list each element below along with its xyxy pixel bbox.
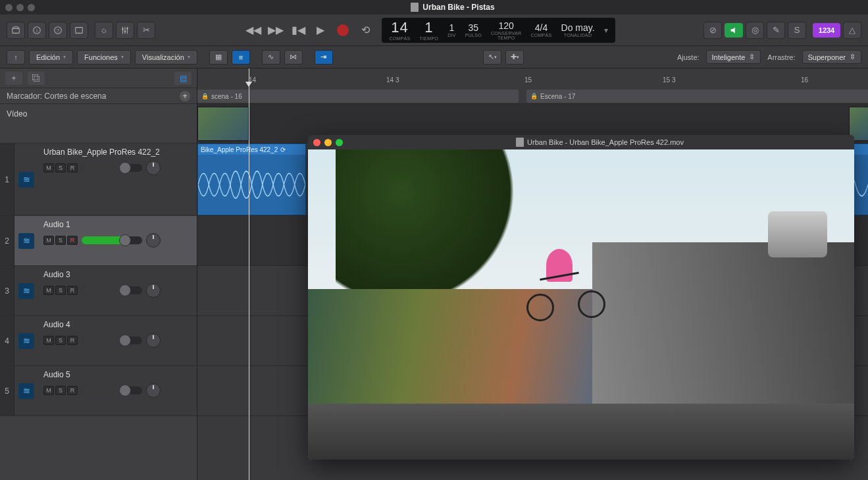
library-button[interactable] bbox=[7, 22, 25, 39]
track-header-row[interactable]: 5≋Audio 5MSR bbox=[0, 366, 197, 416]
toolbar-button[interactable] bbox=[70, 22, 88, 39]
pan-knob[interactable] bbox=[146, 233, 161, 248]
track-header-row[interactable]: 4≋Audio 4MSR bbox=[0, 316, 197, 366]
solo-button[interactable]: S bbox=[55, 386, 66, 395]
mute-button[interactable]: M bbox=[43, 386, 54, 395]
waveform-icon: ≋ bbox=[18, 172, 34, 188]
svg-text:i: i bbox=[36, 28, 38, 32]
volume-fader[interactable] bbox=[82, 387, 142, 394]
view-menu[interactable]: Visualización▾ bbox=[135, 50, 197, 65]
automation-button[interactable]: ∿ bbox=[262, 50, 280, 65]
forward-button[interactable]: ▶▶ bbox=[266, 20, 286, 40]
close-window-button[interactable] bbox=[5, 4, 13, 11]
snap-dropdown[interactable]: Inteligente⇳ bbox=[706, 50, 761, 64]
close-window-button[interactable] bbox=[313, 139, 320, 146]
low-latency-button[interactable]: ⊘ bbox=[703, 22, 722, 39]
pointer-tool[interactable]: ↖▾ bbox=[483, 50, 501, 65]
add-marker-button[interactable]: + bbox=[180, 91, 190, 101]
inspector-button[interactable]: i bbox=[28, 22, 46, 39]
solo-button[interactable]: S bbox=[55, 163, 66, 173]
playhead[interactable] bbox=[249, 68, 249, 480]
volume-fader[interactable] bbox=[82, 336, 142, 344]
mute-button[interactable]: M bbox=[43, 336, 54, 345]
tuner-button[interactable]: ◎ bbox=[746, 22, 764, 39]
track-icon[interactable]: ≋ bbox=[14, 316, 38, 365]
record-enable-button[interactable]: R bbox=[67, 386, 78, 395]
editors-button[interactable]: ✂ bbox=[137, 22, 155, 39]
track-icon[interactable]: ≋ bbox=[14, 216, 38, 265]
track-name-label: Audio 5 bbox=[43, 370, 191, 379]
tracks-view-button[interactable]: ≡ bbox=[232, 50, 250, 65]
minimize-window-button[interactable] bbox=[324, 139, 332, 146]
marker-header-row[interactable]: Marcador: Cortes de escena + bbox=[0, 88, 197, 104]
cycle-button[interactable]: ⟲ bbox=[355, 20, 375, 40]
track-name-label: Audio 3 bbox=[43, 270, 191, 279]
timeline-ruler[interactable]: 1414 31515 316 bbox=[197, 68, 868, 88]
marker-region[interactable]: 🔒scena - 16 bbox=[197, 90, 519, 103]
ruler-tick: 15 3 bbox=[663, 76, 675, 84]
alt-tool[interactable]: ✚▾ bbox=[505, 50, 524, 65]
marker-lane[interactable]: 🔒scena - 16🔒Escena - 17 bbox=[197, 88, 868, 104]
track-icon[interactable]: ≋ bbox=[14, 366, 38, 415]
rewind-button[interactable]: ◀◀ bbox=[243, 20, 263, 40]
transport-controls: ◀◀ ▶▶ ▮◀ ▶ ⟲ bbox=[243, 20, 375, 40]
solo-button[interactable]: S bbox=[55, 236, 66, 245]
mixer-button[interactable] bbox=[116, 22, 134, 39]
svg-rect-5 bbox=[76, 27, 83, 33]
quickhelp-button[interactable]: ? bbox=[49, 22, 67, 39]
video-preview-window[interactable]: Urban Bike - Urban Bike_Apple ProRes 422… bbox=[308, 135, 854, 460]
stop-button[interactable]: ▮◀ bbox=[288, 20, 308, 40]
track-number: 1 bbox=[0, 144, 14, 215]
volume-fader[interactable] bbox=[82, 164, 142, 172]
up-level-button[interactable]: ↑ bbox=[7, 50, 25, 65]
video-thumbnail[interactable] bbox=[197, 107, 249, 141]
pan-knob[interactable] bbox=[146, 283, 161, 298]
pan-knob[interactable] bbox=[146, 333, 161, 348]
solo-button[interactable]: S bbox=[55, 336, 66, 345]
region-name: Bike_Apple ProRes 422_2 bbox=[201, 146, 278, 153]
track-icon[interactable]: ≋ bbox=[14, 144, 38, 215]
pan-knob[interactable] bbox=[146, 161, 161, 175]
zoom-window-button[interactable] bbox=[336, 139, 343, 146]
grid-view-button[interactable]: ▦ bbox=[209, 50, 228, 65]
track-header-row[interactable]: 2≋Audio 1MSR bbox=[0, 216, 197, 266]
count-in-button[interactable]: ✎ bbox=[767, 22, 785, 39]
global-tracks-button[interactable]: ▤ bbox=[174, 72, 191, 85]
count-button[interactable]: △ bbox=[843, 22, 861, 39]
track-icon[interactable]: ≋ bbox=[14, 266, 38, 315]
functions-menu[interactable]: Funciones▾ bbox=[77, 50, 131, 65]
record-enable-button[interactable]: R bbox=[67, 286, 78, 295]
play-button[interactable]: ▶ bbox=[311, 20, 330, 40]
record-enable-button[interactable]: R bbox=[67, 236, 78, 245]
video-header-row[interactable]: Vídeo bbox=[0, 104, 197, 144]
audio-region[interactable]: Bike_Apple ProRes 422_2⟳ bbox=[197, 144, 306, 215]
flex-button[interactable]: ⋈ bbox=[284, 50, 303, 65]
zoom-window-button[interactable] bbox=[28, 4, 35, 11]
minimize-window-button[interactable] bbox=[16, 4, 24, 11]
record-enable-button[interactable]: R bbox=[67, 163, 78, 173]
metronome-button[interactable]: 1234 bbox=[813, 23, 840, 38]
smart-controls-button[interactable]: ☼ bbox=[95, 22, 113, 39]
solo-button[interactable]: S bbox=[788, 22, 806, 39]
mute-button[interactable]: M bbox=[43, 286, 54, 295]
volume-fader[interactable] bbox=[82, 236, 142, 244]
edit-menu[interactable]: Edición▾ bbox=[29, 50, 73, 65]
pan-knob[interactable] bbox=[146, 383, 161, 398]
mute-button[interactable]: M bbox=[43, 236, 54, 245]
duplicate-track-button[interactable]: ⿻ bbox=[28, 72, 45, 85]
mute-button[interactable]: M bbox=[43, 163, 54, 173]
record-button[interactable] bbox=[333, 20, 353, 40]
track-name-label: Urban Bike_Apple ProRes 422_2 bbox=[43, 147, 191, 157]
lcd-display[interactable]: 14COMPÁS 1TIEMPO 1DIV 35PULSO 120CONSERV… bbox=[382, 18, 615, 43]
record-enable-button[interactable]: R bbox=[67, 336, 78, 345]
solo-button[interactable]: S bbox=[55, 286, 66, 295]
drag-dropdown[interactable]: Superponer⇳ bbox=[802, 50, 862, 64]
marker-region[interactable]: 🔒Escena - 17 bbox=[526, 90, 868, 103]
track-header-row[interactable]: 3≋Audio 3MSR bbox=[0, 266, 197, 316]
add-track-button[interactable]: ＋ bbox=[5, 72, 22, 85]
catch-playhead-button[interactable]: ⇥ bbox=[315, 50, 333, 65]
preview-titlebar[interactable]: Urban Bike - Urban Bike_Apple ProRes 422… bbox=[308, 135, 854, 149]
master-volume-button[interactable] bbox=[725, 23, 743, 38]
volume-fader[interactable] bbox=[82, 286, 142, 294]
track-header-row[interactable]: 1≋Urban Bike_Apple ProRes 422_2MSR bbox=[0, 144, 197, 216]
